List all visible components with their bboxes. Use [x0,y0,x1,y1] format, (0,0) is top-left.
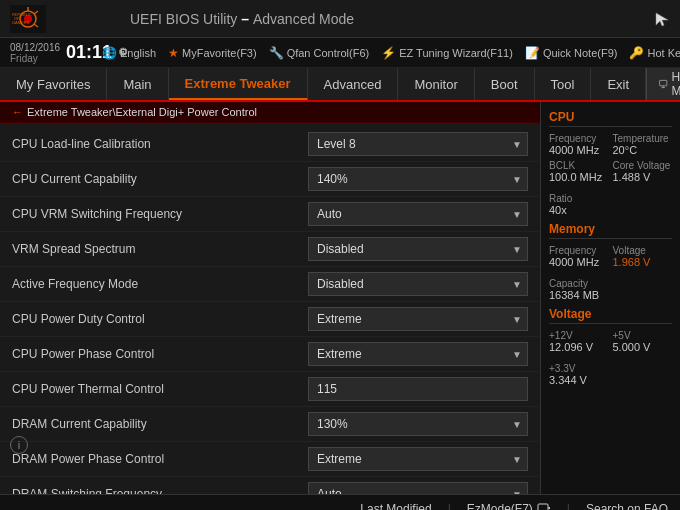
setting-dropdown-5[interactable]: Extreme [308,307,528,331]
v12-label: +12V [549,330,609,341]
hw-monitor-panel: CPU Frequency 4000 MHz Temperature 20°C … [540,102,680,494]
setting-dropdown-2[interactable]: Auto [308,202,528,226]
search-faq-btn[interactable]: Search on FAQ [586,502,668,511]
day-display: Friday [10,53,60,64]
setting-value-5: Extreme ▼ [308,307,528,331]
hw-monitor-label: Hardware Monitor [672,70,680,98]
v33-value: 3.344 V [549,374,672,386]
settings-table: CPU Load-line Calibration Level 8 ▼ CPU … [0,123,540,494]
setting-value-10: Auto ▼ [308,482,528,494]
nav-my-favorites[interactable]: My Favorites [0,68,107,100]
voltage-section-title: Voltage [549,307,672,324]
header-title: UEFI BIOS Utility – Advanced Mode [130,11,654,27]
setting-label-8: DRAM Current Capability [12,417,308,431]
ez-mode-label: EzMode(F7) [467,502,533,511]
cpu-corevolt-label: Core Voltage [613,160,673,171]
quick-note-btn[interactable]: 📝 Quick Note(F9) [525,46,618,60]
hot-keys-btn[interactable]: 🔑 Hot Keys [629,46,680,60]
mem-capacity-label: Capacity [549,278,672,289]
key-icon: 🔑 [629,46,644,60]
ez-mode-btn[interactable]: EzMode(F7) [467,502,551,511]
mem-capacity-value: 16384 MB [549,289,672,301]
setting-dropdown-10[interactable]: Auto [308,482,528,494]
voltage-grid: +12V 12.096 V +5V 5.000 V [549,330,672,353]
date-display: 08/12/2016 [10,42,60,53]
setting-row-4: Active Frequency Mode Disabled ▼ [0,267,540,302]
setting-row-8: DRAM Current Capability 130% ▼ [0,407,540,442]
nav-monitor[interactable]: Monitor [398,68,474,100]
nav-exit[interactable]: Exit [591,68,646,100]
cpu-section-title: CPU [549,110,672,127]
language-label: English [120,47,156,59]
svg-text:GAMERS: GAMERS [12,20,30,25]
svg-rect-10 [660,80,667,85]
qfan-btn[interactable]: 🔧 Qfan Control(F6) [269,46,370,60]
nav-tool[interactable]: Tool [535,68,592,100]
setting-value-9: Extreme ▼ [308,447,528,471]
cpu-ratio-item: Ratio 40x [549,193,672,216]
breadcrumb: ← Extreme Tweaker\External Digi+ Power C… [0,102,540,123]
header: REPUBLIC OF GAMERS UEFI BIOS Utility – A… [0,0,680,38]
setting-row-3: VRM Spread Spectrum Disabled ▼ [0,232,540,267]
ez-tuning-btn[interactable]: ⚡ EZ Tuning Wizard(F11) [381,46,513,60]
footer-divider-2: | [567,502,570,511]
cpu-temp-label: Temperature [613,133,673,144]
setting-value-7 [308,377,528,401]
footer: Last Modified | EzMode(F7) | Search on F… [0,494,680,510]
setting-row-2: CPU VRM Switching Frequency Auto ▼ [0,197,540,232]
setting-value-8: 130% ▼ [308,412,528,436]
mem-volt-label: Voltage [613,245,673,256]
setting-input-7[interactable] [308,377,528,401]
lightning-icon: ⚡ [381,46,396,60]
setting-row-6: CPU Power Phase Control Extreme ▼ [0,337,540,372]
setting-dropdown-8[interactable]: 130% [308,412,528,436]
svg-marker-9 [656,13,668,26]
nav-main[interactable]: Main [107,68,168,100]
setting-row-10: DRAM Switching Frequency Auto ▼ [0,477,540,494]
setting-dropdown-4[interactable]: Disabled [308,272,528,296]
back-arrow[interactable]: ← [12,106,23,118]
cpu-frequency-item: Frequency 4000 MHz [549,133,609,156]
setting-row-1: CPU Current Capability 140% ▼ [0,162,540,197]
nav-advanced[interactable]: Advanced [308,68,399,100]
setting-value-4: Disabled ▼ [308,272,528,296]
info-button[interactable]: i [10,436,28,454]
nav-bar: My Favorites Main Extreme Tweaker Advanc… [0,68,680,102]
hw-monitor-toggle[interactable]: Hardware Monitor [646,68,680,100]
bios-mode: Advanced Mode [253,11,354,27]
footer-actions: Last Modified | EzMode(F7) | Search on F… [0,495,680,510]
logo-area: REPUBLIC OF GAMERS [10,5,130,33]
breadcrumb-path: Extreme Tweaker\External Digi+ Power Con… [27,106,257,118]
setting-row-5: CPU Power Duty Control Extreme ▼ [0,302,540,337]
note-icon: 📝 [525,46,540,60]
setting-dropdown-6[interactable]: Extreme [308,342,528,366]
toolbar: 08/12/2016 Friday 01:11 ⚙ 🌐 English ★ My… [0,38,680,68]
last-modified-btn[interactable]: Last Modified [360,502,431,511]
globe-icon: 🌐 [102,46,117,60]
my-favorite-btn[interactable]: ★ MyFavorite(F3) [168,46,257,60]
language-selector[interactable]: 🌐 English [102,46,156,60]
v5-value: 5.000 V [613,341,673,353]
cursor-icon [654,11,670,27]
setting-dropdown-9[interactable]: Extreme [308,447,528,471]
cpu-bclk-value: 100.0 MHz [549,171,609,183]
setting-dropdown-3[interactable]: Disabled [308,237,528,261]
cpu-freq-value: 4000 MHz [549,144,609,156]
v33-label: +3.3V [549,363,672,374]
monitor-icon [659,77,667,91]
setting-value-3: Disabled ▼ [308,237,528,261]
setting-dropdown-0[interactable]: Level 8 [308,132,528,156]
memory-grid: Frequency 4000 MHz Voltage 1.968 V [549,245,672,268]
cpu-ratio-label: Ratio [549,193,672,204]
footer-divider-1: | [448,502,451,511]
setting-label-3: VRM Spread Spectrum [12,242,308,256]
setting-dropdown-1[interactable]: 140% [308,167,528,191]
cpu-grid: Frequency 4000 MHz Temperature 20°C BCLK… [549,133,672,183]
fan-icon: 🔧 [269,46,284,60]
setting-label-6: CPU Power Phase Control [12,347,308,361]
setting-label-5: CPU Power Duty Control [12,312,308,326]
datetime-display: 08/12/2016 Friday 01:11 ⚙ [10,42,90,64]
nav-extreme-tweaker[interactable]: Extreme Tweaker [169,68,308,100]
nav-boot[interactable]: Boot [475,68,535,100]
cpu-bclk-item: BCLK 100.0 MHz [549,160,609,183]
